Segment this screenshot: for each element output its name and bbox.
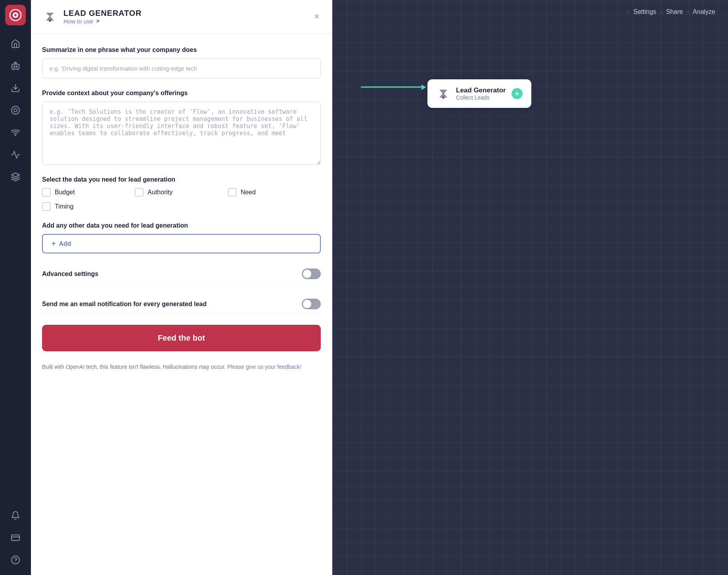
svg-point-7 — [11, 106, 19, 114]
breadcrumb-share[interactable]: Share — [666, 8, 683, 15]
checkbox-authority-box[interactable] — [135, 188, 144, 197]
node-icon — [436, 86, 450, 101]
sidebar-item-bot[interactable] — [5, 56, 26, 76]
how-to-use-link[interactable]: How to use — [63, 18, 307, 25]
email-notification-toggle[interactable] — [302, 299, 321, 309]
checkbox-timing[interactable]: Timing — [42, 202, 135, 211]
lead-generator-header-icon — [42, 9, 58, 25]
sidebar-item-whatsapp[interactable] — [5, 100, 26, 121]
breadcrumb-sep-2: › — [660, 9, 662, 15]
lead-data-section: Select the data you need for lead genera… — [42, 176, 321, 211]
sidebar-item-plugin[interactable] — [5, 167, 26, 187]
feed-bot-button[interactable]: Feed the bot — [42, 325, 321, 351]
app-logo[interactable] — [5, 5, 26, 25]
canvas-area: › Settings › Share › Analyze Lead Genera… — [332, 0, 728, 575]
panel-title: LEAD GENERATOR — [63, 9, 307, 18]
svg-point-4 — [14, 66, 15, 67]
advanced-settings-toggle[interactable] — [302, 268, 321, 279]
main-content: LEAD GENERATOR How to use × Summarize in… — [31, 0, 728, 575]
company-summary-section: Summarize in one phrase what your compan… — [42, 46, 321, 79]
feedback-link[interactable]: Please give us your feedback! — [227, 364, 301, 370]
sidebar-item-help[interactable] — [5, 550, 26, 570]
node-subtitle: Collect Leads — [456, 94, 506, 101]
checkbox-timing-box[interactable] — [42, 202, 51, 211]
checkbox-grid: Budget Authority Need Timing — [42, 188, 321, 211]
lead-generator-node[interactable]: Lead Generator Collect Leads + — [427, 79, 531, 108]
breadcrumb-sep-1: › — [628, 9, 630, 15]
panel-close-button[interactable]: × — [312, 11, 321, 23]
panel-body: Summarize in one phrase what your compan… — [31, 34, 332, 384]
advanced-settings-row: Advanced settings — [42, 264, 321, 284]
email-notification-label: Send me an email notification for every … — [42, 301, 207, 308]
svg-rect-3 — [12, 64, 19, 69]
sidebar-item-home[interactable] — [5, 33, 26, 54]
add-button-label: Add — [59, 240, 71, 247]
svg-point-15 — [442, 96, 444, 99]
panel-header: LEAD GENERATOR How to use × — [31, 0, 332, 34]
checkbox-need-box[interactable] — [228, 188, 237, 197]
advanced-settings-label: Advanced settings — [42, 270, 98, 278]
company-summary-input[interactable] — [42, 58, 321, 79]
lead-data-label: Select the data you need for lead genera… — [42, 176, 321, 183]
panel-header-text: LEAD GENERATOR How to use — [63, 9, 307, 25]
sidebar-item-notifications[interactable] — [5, 505, 26, 526]
add-icon: + — [52, 240, 56, 248]
svg-point-14 — [49, 19, 51, 22]
sidebar-item-download[interactable] — [5, 78, 26, 98]
svg-point-2 — [14, 14, 17, 16]
arrow-line — [361, 86, 421, 88]
checkbox-need[interactable]: Need — [228, 188, 321, 197]
node-title: Lead Generator — [456, 86, 506, 94]
arrow-head — [421, 84, 426, 90]
add-other-section: Add any other data you need for lead gen… — [42, 222, 321, 253]
company-summary-label: Summarize in one phrase what your compan… — [42, 46, 321, 54]
company-context-textarea[interactable] — [42, 102, 321, 165]
company-context-section: Provide context about your company's off… — [42, 90, 321, 165]
company-context-label: Provide context about your company's off… — [42, 90, 321, 97]
sidebar — [0, 0, 31, 575]
add-button[interactable]: + Add — [42, 234, 321, 253]
svg-point-8 — [14, 109, 17, 112]
checkbox-budget-label: Budget — [55, 189, 75, 196]
svg-point-5 — [16, 66, 17, 67]
checkbox-authority[interactable]: Authority — [135, 188, 228, 197]
breadcrumb-analyze[interactable]: Analyze — [693, 8, 715, 15]
breadcrumb-settings[interactable]: Settings — [633, 8, 656, 15]
topbar: › Settings › Share › Analyze — [332, 0, 728, 24]
footer-note: Built with OpenAI tech, this feature isn… — [42, 362, 321, 371]
node-text: Lead Generator Collect Leads — [456, 86, 506, 101]
svg-rect-10 — [11, 535, 19, 540]
svg-point-9 — [15, 135, 16, 136]
sidebar-item-analytics[interactable] — [5, 144, 26, 165]
checkbox-budget-box[interactable] — [42, 188, 51, 197]
canvas-arrow — [361, 86, 426, 88]
node-add-button[interactable]: + — [512, 88, 523, 99]
sidebar-item-cards[interactable] — [5, 527, 26, 548]
lead-generator-panel: LEAD GENERATOR How to use × Summarize in… — [31, 0, 332, 575]
checkbox-timing-label: Timing — [55, 203, 73, 210]
sidebar-item-signal[interactable] — [5, 122, 26, 143]
checkbox-budget[interactable]: Budget — [42, 188, 135, 197]
add-other-label: Add any other data you need for lead gen… — [42, 222, 321, 229]
breadcrumb-sep-3: › — [687, 9, 689, 15]
checkbox-authority-label: Authority — [148, 189, 172, 196]
email-notification-row: Send me an email notification for every … — [42, 295, 321, 314]
checkbox-need-label: Need — [241, 189, 256, 196]
